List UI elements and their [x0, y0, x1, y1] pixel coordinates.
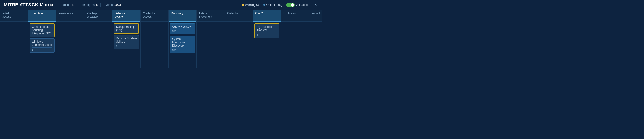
stats-bar: Tactics 4 Techniques 5 Events 1003 [61, 3, 121, 7]
technique-name: Query Registry [172, 25, 193, 28]
tactic-col-impact: Impact [309, 10, 322, 68]
tactic-body-credential-access [140, 22, 168, 68]
technique-card-execution-1[interactable]: Windows Command Shell1 [30, 38, 54, 53]
tactic-header-discovery[interactable]: Discovery [168, 10, 196, 22]
technique-name: Ingress Tool Transfer [257, 25, 277, 32]
technique-name: Windows Command Shell [32, 40, 52, 46]
events-stat: Events 1003 [104, 3, 121, 6]
other-label: Other (1000) [266, 3, 282, 6]
technique-card-defense-evasion-1[interactable]: Rename System Utilities1 [114, 35, 139, 50]
all-tactics-label: All tactics [296, 3, 309, 6]
divider-1 [76, 3, 76, 7]
tactic-body-impact [309, 22, 322, 68]
tactic-body-discovery: Query Registry500System Information Disc… [168, 22, 196, 68]
tactic-body-persistence [56, 22, 84, 68]
header: MITRE ATT&CK Matrix Tactics 4 Techniques… [0, 0, 322, 10]
tactics-count: 4 [72, 3, 73, 6]
tactic-header-execution[interactable]: Execution [28, 10, 56, 22]
technique-name: Masquerading (1/9) [116, 25, 136, 32]
events-label: Events [104, 3, 113, 6]
tactic-header-defense-evasion[interactable]: Defense evasion [112, 10, 140, 22]
tactic-header-exfiltration[interactable]: Exfiltration [281, 10, 309, 22]
technique-card-execution-0[interactable]: Command and Scripting Interpreter (1/6) [30, 24, 54, 37]
technique-name: Command and Scripting Interpreter (1/6) [32, 25, 52, 35]
tactics-label: Tactics [61, 3, 70, 6]
technique-name: Rename System Utilities [116, 37, 137, 43]
tactic-header-persistence[interactable]: Persistence [56, 10, 84, 22]
tactic-body-lateral-movement [197, 22, 224, 68]
other-dot [264, 4, 265, 6]
close-button[interactable]: × [313, 2, 318, 8]
tactic-header-collection[interactable]: Collection [225, 10, 253, 22]
matrix-container: Initial accessExecutionCommand and Scrip… [0, 10, 322, 68]
all-tactics-toggle[interactable] [286, 3, 294, 7]
app-title: MITRE ATT&CK Matrix [4, 2, 54, 8]
tactic-header-c-and-c[interactable]: C & C [253, 10, 281, 22]
tactic-body-privilege-escalation [84, 22, 112, 68]
tactic-header-initial-access[interactable]: Initial access [0, 10, 28, 22]
tactic-header-impact[interactable]: Impact [309, 10, 322, 22]
tactic-col-credential-access: Credential access [140, 10, 168, 68]
technique-count: 1 [32, 47, 52, 51]
tactic-col-lateral-movement: Lateral movement [197, 10, 225, 68]
tactic-col-execution: ExecutionCommand and Scripting Interpret… [28, 10, 56, 68]
tactic-col-initial-access: Initial access [0, 10, 28, 68]
warning-legend: Warning (3) [242, 3, 260, 6]
warning-dot [242, 4, 244, 6]
technique-card-defense-evasion-0[interactable]: Masquerading (1/9) [114, 24, 139, 34]
tactic-col-exfiltration: Exfiltration [281, 10, 309, 68]
tactic-col-defense-evasion: Defense evasionMasquerading (1/9)Rename … [112, 10, 140, 68]
tactic-col-persistence: Persistence [56, 10, 84, 68]
events-count: 1003 [114, 3, 121, 6]
technique-count: 500 [172, 48, 193, 52]
tactic-body-c-and-c: Ingress Tool Transfer1 [253, 22, 281, 68]
tactic-header-credential-access[interactable]: Credential access [140, 10, 168, 22]
header-right: Warning (3) Other (1000) All tactics × [242, 2, 318, 8]
warning-label: Warning (3) [245, 3, 260, 6]
techniques-label: Techniques [79, 3, 94, 6]
tactic-header-privilege-escalation[interactable]: Privilege escalation [84, 10, 112, 22]
tactic-body-initial-access [0, 22, 28, 68]
technique-count: 500 [172, 29, 193, 33]
technique-count: 1 [257, 32, 277, 36]
techniques-stat: Techniques 5 [79, 3, 98, 6]
other-legend: Other (1000) [264, 3, 282, 6]
tactics-stat: Tactics 4 [61, 3, 73, 6]
tactic-body-exfiltration [281, 22, 309, 68]
technique-card-c-and-c-0[interactable]: Ingress Tool Transfer1 [254, 24, 280, 38]
technique-name: System Information Discovery [172, 38, 193, 47]
tactic-header-lateral-movement[interactable]: Lateral movement [197, 10, 224, 22]
matrix-table: Initial accessExecutionCommand and Scrip… [0, 10, 322, 68]
tactic-col-discovery: DiscoveryQuery Registry500System Informa… [168, 10, 197, 68]
tactic-body-collection [225, 22, 253, 68]
tactic-col-collection: Collection [225, 10, 253, 68]
tactic-body-execution: Command and Scripting Interpreter (1/6)W… [28, 22, 56, 68]
tactic-col-privilege-escalation: Privilege escalation [84, 10, 112, 68]
technique-card-discovery-1[interactable]: System Information Discovery500 [170, 36, 195, 53]
legend: Warning (3) Other (1000) [242, 3, 282, 6]
divider-2 [100, 3, 101, 7]
tactic-col-c-and-c: C & CIngress Tool Transfer1 [253, 10, 281, 68]
technique-card-discovery-0[interactable]: Query Registry500 [170, 24, 195, 34]
tactic-body-defense-evasion: Masquerading (1/9)Rename System Utilitie… [112, 22, 140, 68]
technique-count: 1 [116, 44, 137, 48]
techniques-count: 5 [96, 3, 98, 6]
toggle-container[interactable]: All tactics [286, 3, 309, 7]
